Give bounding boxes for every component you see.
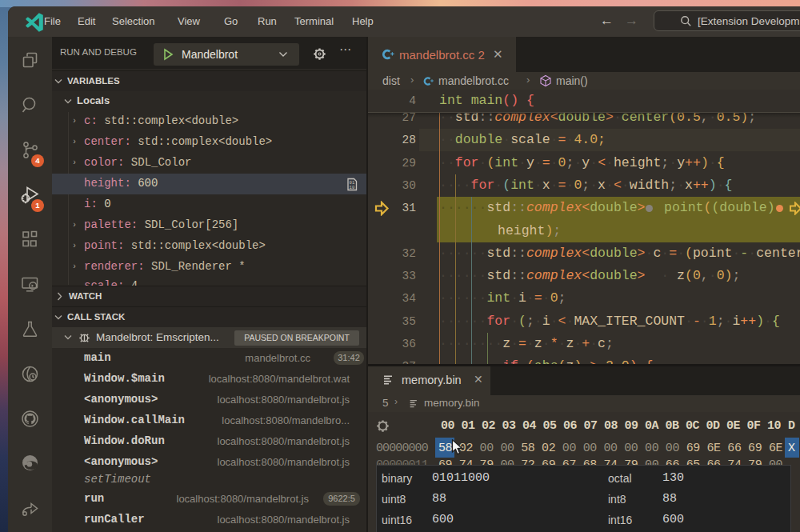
svg-text:10: 10 bbox=[350, 185, 355, 190]
